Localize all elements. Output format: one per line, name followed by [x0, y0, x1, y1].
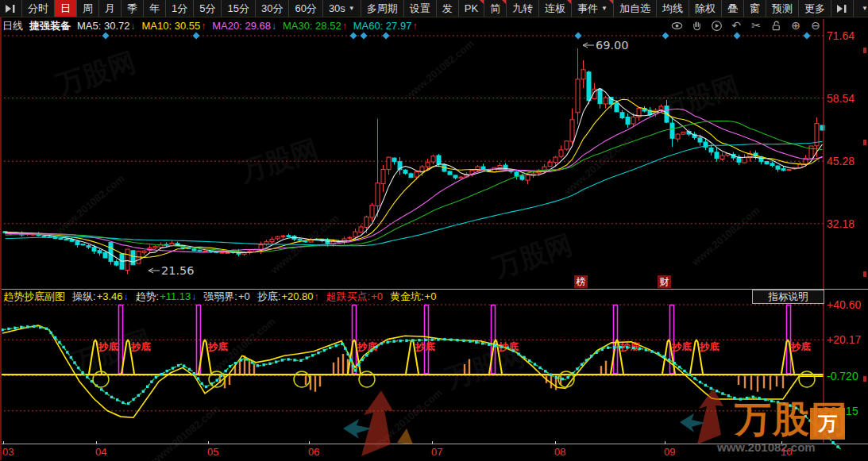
- ma-value-5: MA60: 27.97↑: [353, 20, 418, 32]
- scissors-icon[interactable]: ✂: [750, 19, 762, 32]
- toolbar-action-11[interactable]: 预测: [766, 0, 799, 17]
- toolbar-item-label: 预测: [772, 1, 793, 17]
- toolbar-item-label: 60分: [295, 1, 316, 17]
- undo-icon[interactable]: ↶: [730, 19, 743, 32]
- toolbar-action-12[interactable]: 更多: [799, 0, 831, 17]
- signal-circle: [209, 371, 225, 387]
- bottom-fishing-spike: [781, 340, 794, 374]
- ma-label: MA60: 27.97: [353, 20, 412, 32]
- toolbar-action-1[interactable]: PK: [459, 0, 484, 17]
- jump-arrow-icon[interactable]: [831, 0, 854, 17]
- indicator-axis-label: +40.60: [827, 298, 861, 311]
- symbol-name[interactable]: 捷强装备: [29, 19, 71, 33]
- toolbar-tab-10[interactable]: 60分: [289, 0, 322, 17]
- x-axis-tick: [96, 441, 97, 444]
- arrow-down-icon: ↓: [272, 21, 276, 32]
- x-axis-tick: [208, 441, 209, 444]
- arrow-down-icon: ↓: [131, 21, 136, 32]
- toolbar-tab-2[interactable]: 周: [77, 0, 99, 17]
- period-toolbar: 分时日周月季年1分5分15分30分60分30s▼多周期设置 发PK简九转连板事件…: [0, 0, 868, 17]
- toolbar-tab-7[interactable]: 5分: [194, 0, 222, 17]
- buy-signal-column: [353, 305, 357, 375]
- toolbar-tab-11[interactable]: 30s▼: [323, 0, 361, 17]
- indicator-help-button[interactable]: 指标说明: [752, 290, 824, 304]
- toolbar-action-10[interactable]: 窗: [744, 0, 766, 17]
- toolbar-item-label: 周: [83, 1, 93, 17]
- toolbar-action-3[interactable]: 九转: [507, 0, 539, 17]
- toolbar-item-label: 九转: [512, 1, 533, 17]
- marker-badge-1[interactable]: 财: [658, 275, 671, 288]
- event-diamond-marker[interactable]: [804, 33, 811, 40]
- ma20-line: [6, 109, 823, 252]
- toolbar-tab-13[interactable]: 设置: [404, 0, 437, 17]
- stat-label: 抄底:: [257, 290, 281, 304]
- toolbar-action-2[interactable]: 简: [484, 0, 507, 17]
- stat-value: +3.46: [97, 290, 123, 302]
- bottom-fishing-spike: [662, 340, 675, 374]
- watermark-brand-text: 万股网: [68, 321, 156, 381]
- watermark-site-text: www.201082.com: [689, 204, 762, 267]
- x-axis-label-09: 09: [664, 446, 675, 458]
- toolbar-tab-3[interactable]: 月: [99, 0, 122, 17]
- toolbar-tab-6[interactable]: 1分: [166, 0, 194, 17]
- event-diamond-marker[interactable]: [734, 33, 741, 40]
- stat-label: 趋势:: [136, 290, 160, 304]
- x-axis-label-04: 04: [95, 446, 106, 458]
- toolbar-tab-5[interactable]: 年: [144, 0, 166, 17]
- toolbar-action-8[interactable]: 除权: [689, 0, 722, 17]
- zoom-out-icon[interactable]: ⊖: [809, 19, 822, 32]
- event-diamond-marker[interactable]: [575, 33, 582, 40]
- price-axis-label: 45.28: [827, 155, 854, 167]
- watermark-brand-text: 万股网: [234, 131, 322, 190]
- bottom-fishing-spike: [89, 340, 102, 374]
- indicator-title: 趋势抄底副图: [3, 290, 65, 304]
- play-circle-icon[interactable]: [710, 19, 723, 32]
- stat-label: 黄金坑:: [390, 290, 424, 304]
- buy-signal-column: [119, 305, 123, 375]
- toolbar-tab-12[interactable]: 多周期: [361, 0, 404, 17]
- marker-badge-0[interactable]: 榜: [574, 275, 588, 288]
- scrollbar-mark[interactable]: [863, 376, 866, 382]
- lock-icon[interactable]: [770, 19, 782, 32]
- toolbar-action-4[interactable]: 连板: [539, 0, 572, 17]
- toolbar-tab-9[interactable]: 30分: [256, 0, 289, 17]
- ma10-line: [6, 99, 823, 257]
- toolbar-item-label: 事件: [577, 1, 598, 17]
- arrow-down-icon: ↓: [124, 291, 129, 302]
- trend-green-line: [2, 326, 842, 450]
- toolbar-action-6[interactable]: 加自选: [614, 0, 657, 17]
- toolbar-caret-down-icon[interactable]: ▼: [854, 0, 868, 17]
- indicator-header: 趋势抄底副图 操纵: +3.46↓趋势: +11.13↓强弱界: +0抄底: +…: [3, 290, 436, 302]
- indicator-axis-label: -21.15: [827, 405, 858, 417]
- caret-down-icon: ▼: [601, 1, 608, 17]
- x-axis-tick: [432, 441, 433, 444]
- scrollbar-mark[interactable]: [863, 48, 866, 53]
- indicator-zero-line: [0, 374, 824, 375]
- toolbar-tab-0[interactable]: 分时: [22, 0, 55, 17]
- toolbar-action-5[interactable]: 事件▼: [572, 0, 614, 17]
- scrollbar-mark[interactable]: [863, 271, 866, 277]
- hand-icon[interactable]: [690, 19, 703, 32]
- x-axis-label-06: 06: [308, 446, 319, 458]
- launcher-arrow-icon[interactable]: [0, 0, 22, 17]
- toolbar-action-7[interactable]: 均线: [657, 0, 689, 17]
- toolbar-item-label: 加自选: [619, 1, 650, 17]
- toolbar-tab-1[interactable]: 日: [55, 0, 77, 17]
- watermark-brand-text: 万股网: [441, 337, 529, 397]
- scrollbar-mark[interactable]: [863, 140, 866, 145]
- ma-value-3: MA20: 29.68↓: [212, 20, 276, 32]
- toolbar-tab-8[interactable]: 15分: [222, 0, 255, 17]
- lead-yellow-line: [2, 325, 824, 417]
- signal-label: 抄底: [130, 341, 152, 352]
- eye-icon[interactable]: [670, 19, 683, 32]
- toolbar-action-0[interactable]: 发: [437, 0, 459, 17]
- window-left-border: [0, 17, 2, 460]
- axis-baseline: [0, 444, 868, 444]
- buy-signal-column: [787, 305, 791, 375]
- event-diamond-marker[interactable]: [662, 33, 669, 40]
- toolbar-tab-4[interactable]: 季: [122, 0, 144, 17]
- zoom-in-icon[interactable]: ⊕: [789, 19, 802, 32]
- indicator-stat-1: 趋势: +11.13↓: [136, 290, 197, 304]
- watermark-brand-text: 万股网: [488, 226, 577, 286]
- toolbar-action-9[interactable]: 叠: [722, 0, 744, 17]
